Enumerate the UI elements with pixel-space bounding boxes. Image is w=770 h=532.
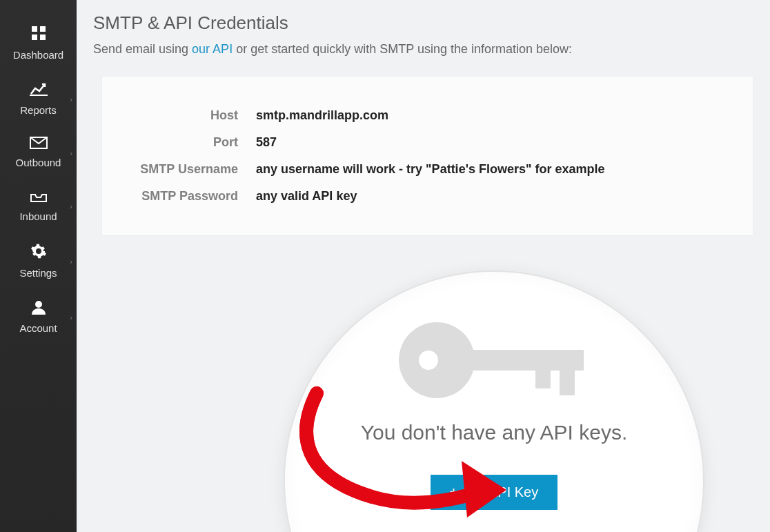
smtp-password-value: any valid API key — [256, 189, 357, 204]
smtp-port-value: 587 — [256, 135, 277, 150]
magnify-lens: You don't have any API keys. + Add API K… — [284, 270, 704, 532]
subhead-post: or get started quickly with SMTP using t… — [233, 42, 572, 56]
inbound-icon — [30, 189, 48, 205]
sidebar-item-label: Inbound — [19, 210, 57, 222]
page-title: SMTP & API Credentials — [93, 12, 753, 34]
page-subhead: Send email using our API or get started … — [93, 42, 753, 57]
main-content: SMTP & API Credentials Send email using … — [77, 0, 770, 532]
reports-icon — [30, 81, 48, 99]
subhead-pre: Send email using — [93, 42, 192, 56]
dashboard-icon — [30, 25, 47, 43]
sidebar-item-reports[interactable]: Reports › — [0, 72, 77, 127]
sidebar-item-label: Dashboard — [13, 49, 63, 61]
sidebar-item-dashboard[interactable]: Dashboard — [0, 15, 77, 72]
empty-state-message: You don't have any API keys. — [361, 421, 628, 444]
sidebar-item-outbound[interactable]: Outbound › — [0, 127, 77, 179]
sidebar-item-inbound[interactable]: Inbound › — [0, 179, 77, 233]
account-icon — [31, 299, 46, 317]
sidebar-item-label: Reports — [20, 104, 57, 116]
outbound-icon — [30, 137, 48, 151]
smtp-host-value: smtp.mandrillapp.com — [256, 108, 388, 123]
svg-rect-1 — [40, 26, 46, 32]
svg-rect-0 — [32, 26, 37, 32]
smtp-row-password: SMTP Password any valid API key — [121, 189, 733, 204]
smtp-password-label: SMTP Password — [121, 189, 256, 204]
sidebar-item-account[interactable]: Account › — [0, 290, 77, 345]
chevron-right-icon: › — [70, 202, 72, 210]
api-link[interactable]: our API — [192, 42, 233, 56]
smtp-card: Host smtp.mandrillapp.com Port 587 SMTP … — [101, 76, 753, 236]
gear-icon — [30, 243, 47, 262]
smtp-row-host: Host smtp.mandrillapp.com — [121, 108, 733, 123]
smtp-username-label: SMTP Username — [121, 162, 256, 177]
smtp-row-port: Port 587 — [121, 135, 733, 150]
add-api-key-button[interactable]: + Add API Key — [431, 475, 557, 510]
sidebar-item-label: Outbound — [16, 157, 61, 168]
svg-rect-11 — [560, 369, 575, 395]
chevron-right-icon: › — [70, 257, 72, 266]
sidebar-item-settings[interactable]: Settings › — [0, 233, 77, 290]
svg-point-6 — [35, 301, 42, 308]
smtp-row-username: SMTP Username any username will work - t… — [121, 162, 733, 177]
smtp-host-label: Host — [121, 108, 256, 123]
svg-point-8 — [419, 351, 438, 370]
svg-rect-10 — [535, 369, 551, 388]
svg-rect-4 — [30, 95, 48, 96]
key-icon — [394, 312, 594, 408]
svg-rect-2 — [32, 35, 37, 40]
chevron-right-icon: › — [70, 95, 72, 104]
chevron-right-icon: › — [70, 313, 72, 322]
sidebar: Dashboard Reports › Outbound › Inbound › — [0, 0, 77, 532]
chevron-right-icon: › — [70, 149, 72, 157]
smtp-username-value: any username will work - try "Pattie's F… — [256, 162, 605, 177]
sidebar-item-label: Account — [19, 322, 57, 334]
smtp-port-label: Port — [121, 135, 256, 150]
svg-rect-3 — [40, 35, 46, 40]
svg-rect-9 — [463, 350, 584, 371]
sidebar-item-label: Settings — [19, 267, 57, 279]
